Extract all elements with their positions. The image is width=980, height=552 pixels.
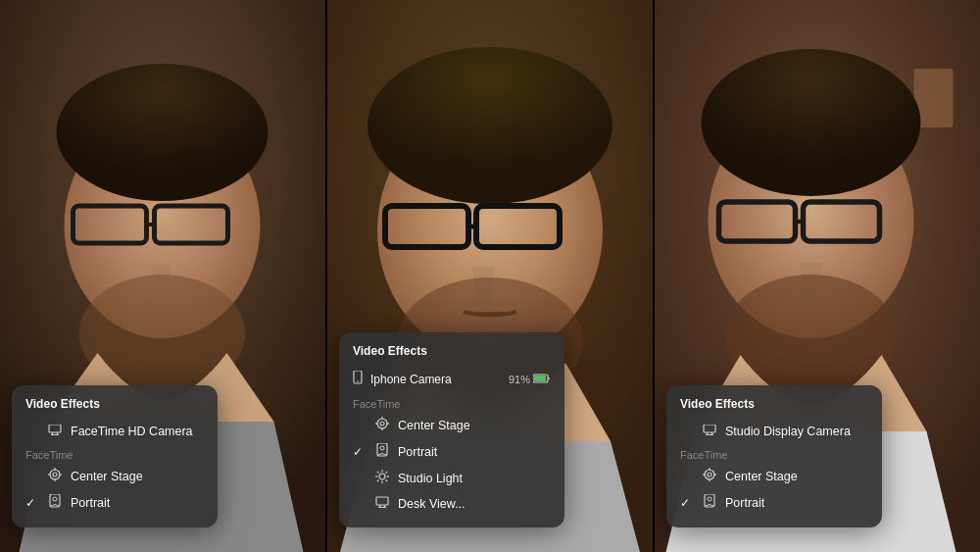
center-studio-light-icon bbox=[374, 470, 390, 486]
right-video-effects-popup: Video Effects Studio Display Camera Face… bbox=[666, 385, 882, 527]
center-center-stage-item[interactable]: Center Stage bbox=[339, 412, 564, 438]
svg-point-19 bbox=[53, 497, 57, 501]
svg-point-66 bbox=[705, 470, 714, 479]
right-popup-title: Video Effects bbox=[666, 397, 882, 419]
battery-pct: 91% bbox=[509, 374, 530, 385]
svg-point-29 bbox=[357, 380, 359, 382]
right-portrait-item[interactable]: ✓ Portrait bbox=[666, 489, 882, 516]
left-video-effects-popup: Video Effects FaceTime HD Camera FaceTim… bbox=[12, 385, 218, 527]
right-center-stage-item[interactable]: Center Stage bbox=[666, 463, 882, 489]
center-center-stage-label: Center Stage bbox=[398, 419, 551, 432]
center-center-stage-icon bbox=[374, 417, 390, 433]
left-popup-title: Video Effects bbox=[12, 397, 218, 419]
svg-line-48 bbox=[377, 480, 379, 482]
svg-point-73 bbox=[708, 497, 711, 501]
left-monitor-icon bbox=[47, 424, 63, 438]
right-monitor-icon bbox=[702, 424, 717, 438]
svg-rect-62 bbox=[704, 425, 715, 432]
svg-point-57 bbox=[702, 49, 921, 196]
right-portrait-label: Portrait bbox=[725, 496, 868, 510]
svg-point-3 bbox=[57, 64, 269, 201]
svg-point-23 bbox=[368, 47, 612, 204]
center-video-effects-popup: Video Effects Iphone Camera 91% bbox=[339, 332, 564, 527]
battery-icon bbox=[533, 374, 551, 385]
right-center-stage-icon bbox=[702, 468, 717, 484]
right-portrait-check: ✓ bbox=[680, 496, 694, 510]
left-center-stage-item[interactable]: Center Stage bbox=[12, 463, 218, 489]
center-studio-light-label: Studio Light bbox=[398, 472, 551, 485]
center-portrait-label: Portrait bbox=[398, 445, 551, 459]
right-device-name: Studio Display Camera bbox=[725, 425, 868, 438]
left-center-stage-label: Center Stage bbox=[71, 470, 204, 483]
center-portrait-icon bbox=[374, 443, 390, 460]
center-portrait-item[interactable]: ✓ Portrait bbox=[339, 438, 564, 465]
svg-rect-49 bbox=[376, 497, 388, 505]
center-desk-view-item[interactable]: Desk View... bbox=[339, 491, 564, 516]
right-portrait-icon bbox=[702, 494, 717, 511]
svg-point-32 bbox=[377, 419, 387, 428]
left-portrait-label: Portrait bbox=[71, 496, 204, 510]
center-portrait-check: ✓ bbox=[353, 445, 367, 459]
right-center-stage-label: Center Stage bbox=[725, 470, 868, 483]
svg-point-40 bbox=[379, 474, 385, 479]
svg-line-47 bbox=[386, 472, 388, 474]
center-device-name-section: Iphone Camera bbox=[353, 371, 452, 387]
left-center-stage-icon bbox=[47, 468, 63, 484]
center-device-row[interactable]: Iphone Camera 91% bbox=[339, 366, 564, 392]
left-device-name: FaceTime HD Camera bbox=[71, 425, 204, 438]
left-portrait-item[interactable]: ✓ Portrait bbox=[12, 489, 218, 516]
center-studio-light-item[interactable]: Studio Light bbox=[339, 465, 564, 491]
center-facetime-label: FaceTime bbox=[339, 392, 564, 412]
svg-line-46 bbox=[386, 480, 388, 482]
left-device-row[interactable]: FaceTime HD Camera bbox=[12, 419, 218, 443]
center-popup-title: Video Effects bbox=[339, 344, 564, 366]
left-portrait-icon bbox=[47, 494, 63, 511]
center-desk-view-label: Desk View... bbox=[398, 497, 551, 511]
svg-point-33 bbox=[380, 422, 384, 426]
left-panel: Video Effects FaceTime HD Camera FaceTim… bbox=[0, 0, 325, 552]
svg-point-13 bbox=[53, 473, 57, 477]
center-desk-view-icon bbox=[374, 496, 390, 511]
right-facetime-label: FaceTime bbox=[666, 443, 882, 463]
svg-point-39 bbox=[380, 446, 384, 450]
svg-rect-31 bbox=[534, 376, 546, 381]
right-panel: Video Effects Studio Display Camera Face… bbox=[653, 0, 980, 552]
center-device-name: Iphone Camera bbox=[370, 373, 452, 386]
left-portrait-check: ✓ bbox=[25, 496, 39, 510]
svg-point-12 bbox=[50, 470, 60, 479]
battery-indicator: 91% bbox=[509, 374, 551, 385]
svg-line-45 bbox=[377, 472, 379, 474]
svg-point-67 bbox=[708, 473, 711, 477]
right-device-row[interactable]: Studio Display Camera bbox=[666, 419, 882, 443]
center-phone-icon bbox=[353, 371, 363, 387]
left-facetime-label: FaceTime bbox=[12, 443, 218, 463]
center-panel: Video Effects Iphone Camera 91% bbox=[325, 0, 653, 552]
svg-rect-8 bbox=[49, 425, 61, 432]
